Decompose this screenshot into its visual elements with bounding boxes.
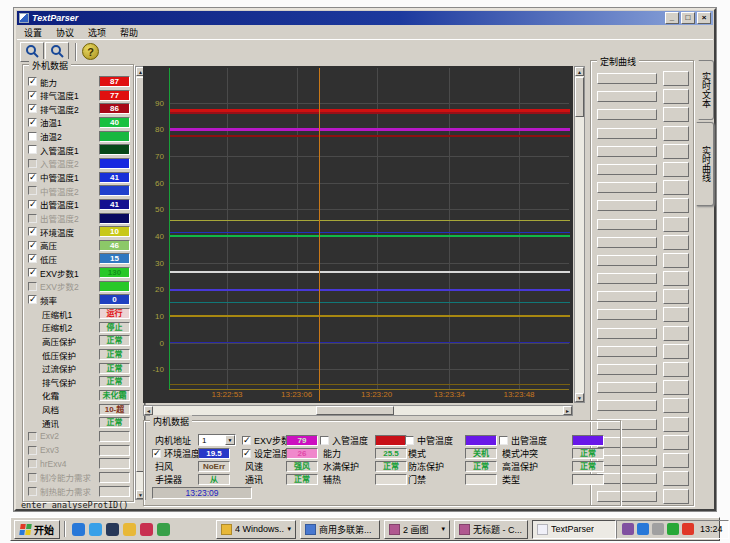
curve-name-slot[interactable] xyxy=(597,291,657,302)
checkbox[interactable]: ✓ xyxy=(28,227,37,236)
curve-value-slot[interactable] xyxy=(663,180,689,195)
curve-value-slot[interactable] xyxy=(663,326,689,341)
checkbox[interactable]: ✓ xyxy=(28,268,37,277)
curve-value-slot[interactable] xyxy=(663,362,689,377)
curve-value-slot[interactable] xyxy=(663,398,689,413)
curve-value-slot[interactable] xyxy=(663,453,689,468)
curve-value-slot[interactable] xyxy=(663,107,689,122)
checkbox[interactable]: ✓ xyxy=(28,173,37,182)
close-button[interactable]: × xyxy=(697,12,711,24)
curve-value-slot[interactable] xyxy=(663,198,689,213)
curve-name-slot[interactable] xyxy=(597,273,657,284)
curve-name-slot[interactable] xyxy=(597,237,657,248)
chart-vscroll-thumb[interactable] xyxy=(575,77,584,117)
antivirus-icon[interactable] xyxy=(682,523,694,535)
checkbox[interactable] xyxy=(405,436,414,445)
dropdown-arrow-icon[interactable]: ▼ xyxy=(225,435,235,445)
curve-name-slot[interactable] xyxy=(597,73,657,84)
task-button[interactable]: 无标题 - C... xyxy=(454,520,528,539)
folder-icon[interactable] xyxy=(123,523,136,536)
minimize-button[interactable]: _ xyxy=(665,12,679,24)
curve-name-slot[interactable] xyxy=(597,219,657,230)
checkbox[interactable]: ✓ xyxy=(28,118,37,127)
task-button[interactable]: 商用多联第... xyxy=(300,520,380,539)
curve-value-slot[interactable] xyxy=(663,471,689,486)
task-dropdown-arrow[interactable]: ▾ xyxy=(287,525,291,533)
menu-item[interactable]: 选项 xyxy=(81,26,113,39)
checkbox[interactable]: ✓ xyxy=(28,295,37,304)
menu-item[interactable]: 设置 xyxy=(17,26,49,39)
messenger-icon[interactable] xyxy=(157,523,170,536)
address-dropdown[interactable]: 1▼ xyxy=(198,434,236,446)
curve-value-slot[interactable] xyxy=(663,162,689,177)
curve-value-slot[interactable] xyxy=(663,253,689,268)
curve-name-slot[interactable] xyxy=(597,128,657,139)
curve-name-slot[interactable] xyxy=(597,255,657,266)
scroll-up-icon[interactable]: ▲ xyxy=(575,67,584,76)
updates-icon[interactable] xyxy=(652,523,664,535)
curve-value-slot[interactable] xyxy=(663,380,689,395)
task-button[interactable]: 4 Windows...▾ xyxy=(216,520,296,539)
curve-name-slot[interactable] xyxy=(597,91,657,102)
speaker-icon[interactable] xyxy=(622,523,634,535)
curve-value-slot[interactable] xyxy=(663,417,689,432)
curve-name-slot[interactable] xyxy=(597,346,657,357)
chart-plot[interactable]: 9080706050403020100-10 13:22:5313:23:061… xyxy=(143,66,573,403)
checkbox[interactable]: ✓ xyxy=(28,200,37,209)
maximize-button[interactable]: □ xyxy=(681,12,695,24)
task-button[interactable]: TextParser xyxy=(532,520,616,539)
start-button[interactable]: 开始 xyxy=(14,520,60,539)
curve-value-slot[interactable] xyxy=(663,344,689,359)
checkbox[interactable]: ✓ xyxy=(152,449,161,458)
checkbox[interactable] xyxy=(320,436,329,445)
msn-icon[interactable] xyxy=(106,523,119,536)
checkbox[interactable]: ✓ xyxy=(28,241,37,250)
tab-realtime-text[interactable]: 实时文本 xyxy=(698,60,714,120)
chart-vertical-scrollbar[interactable]: ▲ ▼ xyxy=(574,66,585,403)
curve-value-slot[interactable] xyxy=(663,144,689,159)
network-icon[interactable] xyxy=(637,523,649,535)
checkbox[interactable] xyxy=(28,145,37,154)
checkbox[interactable]: ✓ xyxy=(28,91,37,100)
scroll-down-icon[interactable]: ▼ xyxy=(575,393,584,402)
curve-name-slot[interactable] xyxy=(597,164,657,175)
curve-name-slot[interactable] xyxy=(597,182,657,193)
help-button[interactable]: ? xyxy=(82,43,99,60)
scroll-left-icon[interactable]: ◄ xyxy=(144,406,153,415)
media-icon[interactable] xyxy=(140,523,153,536)
curve-name-slot[interactable] xyxy=(597,328,657,339)
title-bar[interactable]: TextParser _ □ × xyxy=(17,11,713,25)
chart-horizontal-scrollbar[interactable]: ◄ ► xyxy=(143,405,573,416)
checkbox[interactable]: ✓ xyxy=(28,77,37,86)
checkbox[interactable]: ✓ xyxy=(28,104,37,113)
im-icon[interactable] xyxy=(667,523,679,535)
menu-item[interactable]: 帮助 xyxy=(113,26,145,39)
curve-value-slot[interactable] xyxy=(663,489,689,504)
checkbox[interactable]: ✓ xyxy=(242,436,251,445)
checkbox[interactable] xyxy=(499,436,508,445)
curve-name-slot[interactable] xyxy=(597,364,657,375)
curve-name-slot[interactable] xyxy=(597,109,657,120)
checkbox[interactable] xyxy=(28,132,37,141)
curve-value-slot[interactable] xyxy=(663,126,689,141)
checkbox[interactable]: ✓ xyxy=(28,254,37,263)
tab-realtime-curves[interactable]: 实时曲线 xyxy=(696,122,714,206)
curve-name-slot[interactable] xyxy=(597,382,657,393)
curve-value-slot[interactable] xyxy=(663,89,689,104)
curve-value-slot[interactable] xyxy=(663,307,689,322)
curve-value-slot[interactable] xyxy=(663,217,689,232)
curve-value-slot[interactable] xyxy=(663,271,689,286)
curve-name-slot[interactable] xyxy=(597,200,657,211)
scroll-right-icon[interactable]: ► xyxy=(563,406,572,415)
curve-name-slot[interactable] xyxy=(597,400,657,411)
chart-hscroll-thumb[interactable] xyxy=(316,406,394,415)
curve-name-slot[interactable] xyxy=(597,309,657,320)
checkbox[interactable]: ✓ xyxy=(242,449,251,458)
curve-value-slot[interactable] xyxy=(663,435,689,450)
curve-value-slot[interactable] xyxy=(663,71,689,86)
ie-icon[interactable] xyxy=(72,523,85,536)
curve-value-slot[interactable] xyxy=(663,235,689,250)
task-dropdown-arrow[interactable]: ▾ xyxy=(441,525,445,533)
plot-area[interactable] xyxy=(169,68,569,388)
task-button[interactable]: 2 画图▾ xyxy=(384,520,450,539)
